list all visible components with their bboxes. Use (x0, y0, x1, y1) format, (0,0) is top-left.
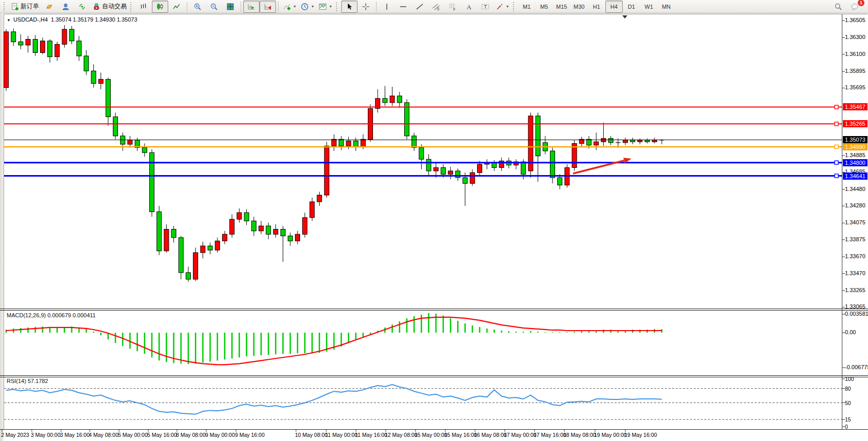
toolbar-grip[interactable] (4, 2, 6, 11)
rsi-axis-label: 80 (845, 386, 851, 392)
price-tick-label: 1.36505 (845, 17, 865, 23)
candlestick-button[interactable] (152, 1, 168, 13)
clock-icon (301, 3, 309, 11)
timeframe-button-D1[interactable]: D1 (623, 1, 640, 13)
rsi-axis-label: 50 (845, 400, 851, 406)
toolbar-grip[interactable] (336, 2, 339, 11)
auto-scroll-icon (247, 3, 255, 11)
equidistant-channel-icon: E (432, 3, 440, 11)
line-handle[interactable] (835, 105, 838, 109)
macd-values: 0.000679 0.000411 (47, 312, 95, 318)
date-label: 19 May 00:00 (594, 432, 627, 438)
gold-bar-icon (45, 3, 53, 11)
price-tick-label: 1.34075 (845, 219, 865, 225)
line-handle[interactable] (835, 145, 838, 148)
toolbar-grip[interactable] (513, 2, 516, 11)
notification-badge: 1 (857, 0, 865, 7)
price-tick-label: 1.33065 (845, 303, 865, 310)
arrows-button[interactable]: ▼ (494, 1, 511, 13)
price-badge: 1.35467 (843, 103, 867, 110)
notifications-button[interactable]: 1 (846, 1, 863, 13)
svg-text:F: F (453, 7, 455, 11)
date-label: 3 May 16:00 (60, 432, 90, 438)
tile-windows-button[interactable] (222, 1, 239, 13)
rsi-line (6, 385, 662, 414)
market-button[interactable] (41, 1, 57, 13)
price-badge: 1.35073 (843, 136, 867, 143)
auto-scroll-button[interactable] (243, 1, 260, 13)
chart-symbol-period: USDCAD-,H4 (13, 16, 48, 23)
price-badge: 1.34800 (843, 159, 867, 166)
svg-text:T: T (484, 4, 487, 9)
zoom-in-icon (193, 3, 202, 11)
line-chart-button[interactable] (168, 1, 185, 13)
periods-button[interactable]: ▼ (299, 1, 317, 13)
tile-windows-icon (226, 3, 234, 11)
templates-icon (319, 3, 327, 11)
toolbar-grip[interactable] (130, 2, 133, 11)
signal-icon (78, 3, 86, 11)
price-badge: 1.35265 (843, 120, 867, 127)
price-tick-label: 1.33470 (845, 270, 865, 276)
trendline-button[interactable] (411, 1, 428, 13)
chart-shift-button[interactable] (260, 1, 276, 13)
line-handle[interactable] (835, 174, 838, 178)
svg-text:A: A (466, 3, 471, 11)
auto-trading-button[interactable]: 自动交易 (90, 1, 129, 13)
timeframe-button-H4[interactable]: H4 (605, 1, 623, 13)
cursor-icon (345, 3, 353, 11)
bar-chart-button[interactable] (135, 1, 152, 13)
text-label-icon: T (481, 3, 489, 11)
timeframe-button-M1[interactable]: M1 (518, 1, 536, 13)
zoom-out-button[interactable] (206, 1, 222, 13)
auto-trading-label: 自动交易 (102, 2, 127, 11)
new-order-icon (11, 3, 19, 11)
timeframe-button-M5[interactable]: M5 (536, 1, 553, 13)
timeframe-button-M15[interactable]: M15 (553, 1, 570, 13)
channel-button[interactable]: E (428, 1, 444, 13)
annotation-arrow[interactable] (573, 158, 632, 174)
templates-button[interactable]: ▼ (317, 1, 334, 13)
macd-pane (6, 313, 845, 368)
timeframe-button-M30[interactable]: M30 (570, 1, 588, 13)
chart-canvas[interactable] (0, 0, 868, 441)
candles (4, 25, 664, 282)
symbol-dropdown-icon[interactable]: ▼ (7, 18, 11, 23)
timeframe-button-H1[interactable]: H1 (588, 1, 605, 13)
text-label-button[interactable]: T (477, 1, 494, 13)
crosshair-button[interactable] (358, 1, 374, 13)
new-order-button[interactable]: 新订单 (9, 1, 41, 13)
date-label: 10 May 08:00 (295, 432, 328, 438)
date-label: 18 May 08:00 (563, 432, 596, 438)
crosshair-icon (362, 3, 370, 11)
search-button[interactable] (830, 1, 846, 13)
vertical-line-button[interactable] (379, 1, 395, 13)
indicators-button[interactable]: ▼ (281, 1, 299, 13)
fibonacci-button[interactable]: F (444, 1, 461, 13)
zoom-in-button[interactable] (189, 1, 206, 13)
horizontal-line-button[interactable] (395, 1, 411, 13)
line-chart-icon (172, 3, 181, 11)
community-button[interactable] (57, 1, 74, 13)
rsi-axis-label: 100 (845, 376, 854, 382)
line-handle[interactable] (835, 122, 838, 126)
signals-button[interactable] (74, 1, 90, 13)
text-button[interactable]: A (461, 1, 477, 13)
cursor-button[interactable] (341, 1, 358, 13)
date-label: 9 May 16:00 (235, 432, 265, 438)
trendline-icon (416, 3, 424, 11)
price-badge: 1.34990 (843, 143, 867, 150)
date-label: 15 May 00:00 (415, 432, 447, 438)
auto-trading-icon (92, 3, 101, 11)
price-tick-label: 1.33265 (845, 287, 865, 293)
date-label: 4 May 08:00 (89, 432, 119, 438)
timeframe-button-W1[interactable]: W1 (640, 1, 658, 13)
date-label: 17 May 16:00 (534, 432, 566, 438)
date-label: 8 May 08:00 (176, 432, 206, 438)
price-tick-label: 1.35695 (845, 84, 865, 90)
macd-axis-label: 0.003581 (845, 311, 868, 317)
rsi-value: 57.1782 (28, 378, 48, 384)
line-handle[interactable] (835, 161, 838, 164)
price-tick-label: 1.34480 (845, 186, 865, 192)
timeframe-button-MN[interactable]: MN (658, 1, 675, 13)
